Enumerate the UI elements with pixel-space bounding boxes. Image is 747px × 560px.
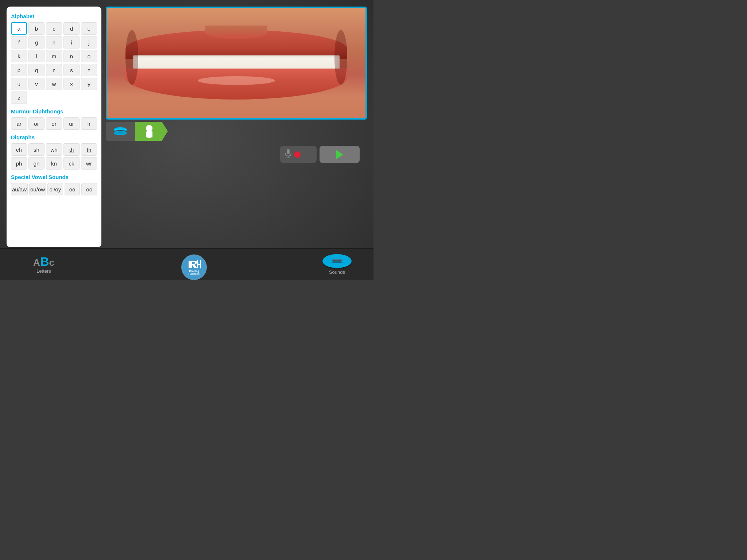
letter-cell-k[interactable]: k [11, 50, 27, 62]
sounds-oval-icon [322, 254, 352, 268]
reading-horizons-logo: Reading Horizons [181, 252, 207, 277]
letter-cell-y[interactable]: y [81, 78, 97, 90]
left-panel: Alphabet ā b c d e f g h i j k l m n o p… [7, 7, 101, 247]
logo-icon [187, 259, 201, 270]
letter-cell-o[interactable]: o [81, 50, 97, 62]
controls-container [106, 146, 367, 163]
digraph-ck[interactable]: ck [63, 157, 80, 170]
bottom-nav: ABc Letters Reading Horizons [0, 248, 374, 280]
letter-cell-c[interactable]: c [46, 22, 62, 35]
digraph-wr[interactable]: wr [81, 157, 97, 170]
letter-cell-m[interactable]: m [46, 50, 62, 62]
letter-cell-x[interactable]: x [63, 78, 80, 90]
murmur-or[interactable]: or [28, 117, 44, 130]
digraphs-title: Digraphs [11, 134, 97, 140]
vowel-oi-oy[interactable]: oi/oy [47, 183, 63, 195]
svg-point-7 [146, 125, 152, 132]
letter-cell-a[interactable]: ā [11, 22, 27, 35]
play-button[interactable] [320, 146, 360, 163]
profile-icon [143, 125, 155, 138]
microphone-icon [285, 149, 292, 160]
digraph-wh[interactable]: wh [46, 143, 62, 156]
letter-cell-g[interactable]: g [28, 36, 44, 48]
digraph-ch[interactable]: ch [11, 143, 27, 156]
special-vowel-grid: au/aw ou/ow oi/oy oo oo [11, 183, 97, 195]
letter-cell-w[interactable]: w [46, 78, 62, 90]
digraph-th-unvoiced[interactable]: th [81, 143, 97, 156]
murmur-ur[interactable]: ur [63, 117, 80, 130]
letter-cell-q[interactable]: q [28, 64, 44, 76]
digraph-ph[interactable]: ph [11, 157, 27, 170]
digraphs-grid: ch sh wh th th ph gn kn ck wr [11, 143, 97, 170]
profile-view-button[interactable] [135, 122, 168, 141]
logo-circle: Reading Horizons [181, 254, 207, 280]
murmur-ar[interactable]: ar [11, 117, 27, 130]
letter-cell-j[interactable]: j [81, 36, 97, 48]
letters-icon: ABc [33, 255, 54, 268]
vowel-au-aw[interactable]: au/aw [11, 183, 28, 195]
letter-cell-e[interactable]: e [81, 22, 97, 35]
play-triangle-icon [336, 150, 343, 159]
murmur-grid: ar or er ur ir [11, 117, 97, 130]
lip-image [107, 8, 365, 118]
letter-cell-h[interactable]: h [46, 36, 62, 48]
letter-cell-i[interactable]: i [63, 36, 80, 48]
letter-cell-n[interactable]: n [63, 50, 80, 62]
digraph-th-voiced[interactable]: th [63, 143, 80, 156]
letter-cell-s[interactable]: s [63, 64, 80, 76]
record-button[interactable] [280, 146, 317, 163]
letter-cell-l[interactable]: l [28, 50, 44, 62]
vowel-oo-long[interactable]: oo [65, 183, 80, 195]
letters-nav-item[interactable]: ABc Letters [22, 255, 66, 274]
letter-cell-v[interactable]: v [28, 78, 44, 90]
digraph-sh[interactable]: sh [28, 143, 44, 156]
right-panel [106, 7, 367, 247]
digraph-kn[interactable]: kn [46, 157, 62, 170]
vowel-ou-ow[interactable]: ou/ow [29, 183, 46, 195]
alphabet-grid: ā b c d e f g h i j k l m n o p q r s t … [11, 22, 97, 104]
murmur-er[interactable]: er [46, 117, 62, 130]
sounds-lips-icon [329, 257, 345, 265]
mic-icon [285, 149, 292, 158]
video-frame [106, 7, 367, 120]
letter-cell-t[interactable]: t [81, 64, 97, 76]
murmur-ir[interactable]: ir [81, 117, 97, 130]
alphabet-title: Alphabet [11, 13, 97, 19]
sounds-nav-item[interactable]: Sounds [322, 254, 352, 275]
view-buttons-container [106, 122, 367, 141]
digraph-gn[interactable]: gn [28, 157, 44, 170]
vowel-oo-short[interactable]: oo [81, 183, 97, 195]
letter-cell-b[interactable]: b [28, 22, 44, 35]
murmur-title: Murmur Diphthongs [11, 108, 97, 114]
record-dot-icon [294, 151, 301, 158]
letter-cell-u[interactable]: u [11, 78, 27, 90]
letter-cell-d[interactable]: d [63, 22, 80, 35]
special-vowel-title: Special Vowel Sounds [11, 174, 97, 180]
letter-cell-f[interactable]: f [11, 36, 27, 48]
letter-cell-z[interactable]: z [11, 92, 27, 104]
lips-icon [112, 127, 128, 136]
lips-view-button[interactable] [106, 122, 135, 141]
sounds-label: Sounds [329, 269, 345, 275]
letters-label: Letters [36, 268, 51, 274]
letter-cell-p[interactable]: p [11, 64, 27, 76]
svg-rect-8 [287, 149, 290, 154]
logo-text: Reading Horizons [189, 270, 200, 276]
letter-cell-r[interactable]: r [46, 64, 62, 76]
